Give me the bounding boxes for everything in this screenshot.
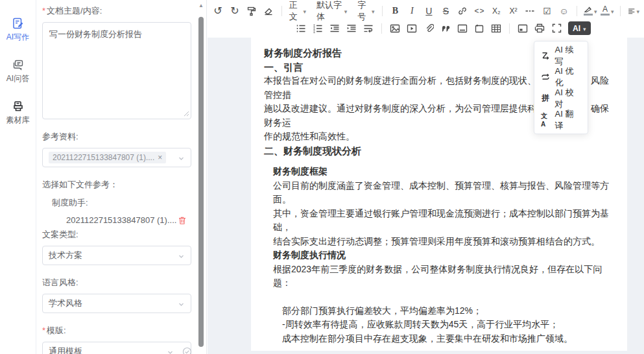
editor-area: ↺ ↻ 正文▾ 默认字体▾ 字号▾ B <box>208 0 644 354</box>
caret-down-icon: ▾ <box>372 8 375 15</box>
reference-select[interactable]: 2021122715133847807 (1)....× <box>42 148 191 167</box>
indent-button[interactable] <box>344 21 359 36</box>
file-row: 2021122715133847807 (1).... <box>66 215 191 225</box>
doc-heading-2: 二、财务制度现状分析 <box>264 144 614 158</box>
chevron-down-icon <box>178 301 185 308</box>
sidebar-item-ai-writing[interactable]: AI写作 <box>6 17 29 43</box>
toolbar-row-2: AI▾ <box>210 19 641 37</box>
scroll-up-icon[interactable]: ▲ <box>197 3 206 8</box>
doc-subheading: 财务制度执行情况 <box>273 248 614 263</box>
toolbar-divider <box>281 6 282 16</box>
italic-button[interactable]: I <box>404 3 420 19</box>
undo-button[interactable]: ↺ <box>210 3 226 19</box>
divider-button[interactable] <box>455 21 470 36</box>
scrollbar-thumb[interactable] <box>198 17 204 347</box>
doc-subheading: 财务制度框架 <box>273 165 614 179</box>
highlight-pen-icon <box>584 6 593 16</box>
tag-remove-icon[interactable]: × <box>158 153 162 162</box>
fullscreen-button[interactable] <box>549 21 564 36</box>
ai-proofread-icon: 拼 <box>541 93 551 104</box>
inline-code-button[interactable]: <> <box>471 3 487 19</box>
sidebar-item-label: AI写作 <box>6 32 29 43</box>
left-nav-rail: AI写作 AI问答 素材库 <box>0 0 36 354</box>
attachment-button[interactable] <box>421 21 436 36</box>
insert-table-button[interactable] <box>488 21 504 36</box>
chat-bubbles-icon <box>12 58 25 71</box>
insert-video-button[interactable] <box>404 21 420 36</box>
caret-down-icon: ▾ <box>594 8 597 15</box>
resize-handle-icon[interactable] <box>184 111 189 117</box>
redo-button[interactable]: ↻ <box>227 3 243 19</box>
format-painter-button[interactable] <box>244 3 259 19</box>
delete-file-icon[interactable] <box>178 216 187 225</box>
insert-image-button[interactable] <box>387 21 403 36</box>
highlight-color-button[interactable]: ▾ <box>582 3 598 19</box>
sidebar-item-label: 素材库 <box>6 115 30 126</box>
check-circle-icon[interactable] <box>182 347 192 354</box>
paragraph-style-select[interactable]: 正文▾ <box>287 3 308 19</box>
emoji-button[interactable]: ☺ <box>556 3 571 19</box>
menu-item-ai-continue[interactable]: AI 续写 <box>534 45 588 66</box>
ai-writing-form-panel: *文档主题/内容: 写一份财务制度分析报告 参考资料: 202112271513… <box>36 0 207 354</box>
code-block-button[interactable] <box>471 21 487 36</box>
strikethrough-button[interactable]: S <box>438 3 453 19</box>
sidebar-item-material-library[interactable]: 素材库 <box>6 100 30 126</box>
caret-down-icon: ▾ <box>304 8 307 15</box>
template-select[interactable]: 通用模板 <box>42 342 191 354</box>
align-button[interactable]: ▾ <box>626 3 641 19</box>
font-family-select[interactable]: 默认字体▾ <box>315 3 349 19</box>
underline-button[interactable]: U <box>421 3 436 19</box>
doc-paragraph: 公司目前的制度涵盖了资金管理、成本控制、预算管理、核算与报告、风险管理等方面。 … <box>273 179 614 249</box>
menu-item-ai-proofread[interactable]: 拼 AI 校对 <box>534 88 588 109</box>
menu-item-ai-optimize[interactable]: AI 优化 <box>534 66 588 88</box>
bold-button[interactable]: B <box>387 3 403 19</box>
font-color-button[interactable]: A ▾ <box>599 3 615 19</box>
menu-item-label: AI 优化 <box>555 65 582 89</box>
link-button[interactable] <box>455 3 470 19</box>
language-style-select[interactable]: 学术风格 <box>42 294 191 313</box>
caret-down-icon: ▾ <box>344 8 348 15</box>
topic-input[interactable]: 写一份财务制度分析报告 <box>42 22 191 119</box>
toolbar-divider <box>509 23 510 34</box>
library-icon <box>12 100 25 113</box>
ai-continue-icon <box>541 51 551 60</box>
clear-format-button[interactable] <box>261 3 276 19</box>
chevron-down-icon <box>178 155 185 162</box>
toolbar-divider <box>382 6 383 16</box>
ai-dropdown-menu: AI 续写 AI 优化 拼 AI 校对 文A AI 翻译 <box>534 41 588 134</box>
ai-writing-icon <box>12 17 25 30</box>
subscript-button[interactable]: X₂ <box>488 3 504 19</box>
doc-type-select[interactable]: 技术方案 <box>42 246 191 265</box>
bullet-list-button[interactable] <box>293 21 309 36</box>
doc-paragraph: 根据2023年前三季度的财务数据，公司整体财务制度执行情况良好，但存在以下问题： <box>273 263 614 290</box>
reference-tag: 2021122715133847807 (1)....× <box>49 152 166 163</box>
task-list-button[interactable]: ☑ <box>539 3 555 19</box>
editor-toolbar: ↺ ↻ 正文▾ 默认字体▾ 字号▾ B <box>208 0 644 39</box>
sidebar-item-ai-qa[interactable]: AI问答 <box>6 58 29 84</box>
line-break-button[interactable] <box>361 21 376 36</box>
ai-optimize-icon <box>541 73 551 82</box>
required-asterisk: * <box>42 325 45 335</box>
horizontal-rule-button[interactable] <box>522 3 538 19</box>
ordered-list-button[interactable] <box>310 21 326 36</box>
preview-button[interactable] <box>515 21 531 36</box>
blockquote-button[interactable] <box>438 21 453 36</box>
ai-menu-button[interactable]: AI▾ <box>568 21 591 35</box>
menu-item-ai-translate[interactable]: 文A AI 翻译 <box>534 109 588 130</box>
font-color-icon: A <box>601 6 610 16</box>
ai-translate-icon: 文A <box>541 112 551 128</box>
template-label: *模版: <box>42 325 191 336</box>
doc-type-value: 技术方案 <box>49 250 82 261</box>
menu-item-label: AI 校对 <box>555 87 582 110</box>
sidebar-item-label: AI问答 <box>6 73 29 84</box>
print-button[interactable] <box>532 21 547 36</box>
language-style-label: 语言风格: <box>42 277 191 289</box>
language-style-value: 学术风格 <box>49 298 82 309</box>
superscript-button[interactable]: X² <box>505 3 521 19</box>
file-name: 2021122715133847807 (1).... <box>66 215 176 225</box>
file-section-label: 选择如下文件参考： <box>42 179 191 191</box>
outdent-button[interactable] <box>327 21 342 36</box>
template-value: 通用模板 <box>49 346 82 354</box>
font-size-select[interactable]: 字号▾ <box>355 3 376 19</box>
form-scrollbar[interactable]: ▲ <box>197 0 206 354</box>
